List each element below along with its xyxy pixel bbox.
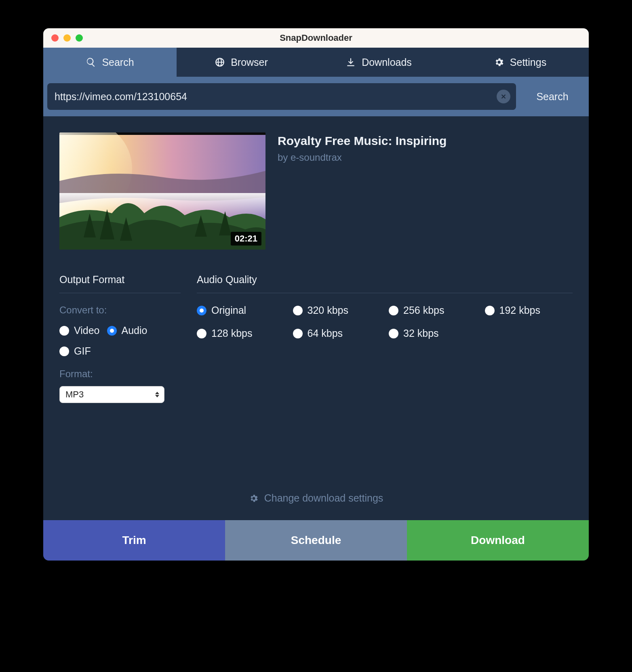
- download-label: Download: [471, 534, 525, 547]
- url-input-wrap: [47, 83, 516, 110]
- output-format-heading: Output Format: [59, 274, 181, 293]
- change-settings-label: Change download settings: [264, 492, 383, 504]
- option-label: 32 kbps: [403, 328, 439, 339]
- quality-options: Original 320 kbps 256 kbps 192 kbps: [197, 304, 573, 339]
- radio-icon: [389, 306, 398, 315]
- option-label: 192 kbps: [499, 304, 540, 316]
- schedule-label: Schedule: [291, 534, 341, 547]
- option-label: Video: [74, 325, 100, 336]
- gear-icon: [494, 57, 504, 67]
- change-download-settings-link[interactable]: Change download settings: [59, 484, 573, 516]
- window-controls: [43, 34, 83, 42]
- option-label: Audio: [122, 325, 147, 336]
- quality-option-256[interactable]: 256 kbps: [389, 304, 477, 316]
- option-label: 256 kbps: [403, 304, 444, 316]
- media-meta: Royalty Free Music: Inspiring by e-sound…: [278, 132, 447, 250]
- tab-settings[interactable]: Settings: [451, 48, 589, 77]
- updown-icon: [155, 392, 159, 397]
- quality-option-32[interactable]: 32 kbps: [389, 328, 477, 339]
- convert-to-label: Convert to:: [59, 304, 181, 316]
- media-row: 02:21 Royalty Free Music: Inspiring by e…: [59, 132, 573, 250]
- download-button[interactable]: Download: [407, 520, 589, 561]
- tab-browser-label: Browser: [231, 57, 268, 68]
- schedule-button[interactable]: Schedule: [225, 520, 407, 561]
- media-title: Royalty Free Music: Inspiring: [278, 134, 447, 148]
- format-value: MP3: [65, 389, 84, 400]
- window-title: SnapDownloader: [43, 33, 589, 43]
- audio-quality-heading: Audio Quality: [197, 274, 573, 293]
- radio-icon: [107, 326, 117, 336]
- radio-icon: [293, 329, 303, 338]
- output-format-panel: Output Format Convert to: Video Audio: [59, 274, 181, 403]
- url-input[interactable]: [55, 91, 497, 103]
- tab-search-label: Search: [102, 57, 134, 68]
- minimize-window-button[interactable]: [63, 34, 71, 42]
- quality-option-64[interactable]: 64 kbps: [293, 328, 381, 339]
- action-bar: Trim Schedule Download: [43, 520, 589, 561]
- radio-icon: [59, 326, 69, 336]
- tab-settings-label: Settings: [510, 57, 546, 68]
- maximize-window-button[interactable]: [76, 34, 83, 42]
- option-label: Original: [211, 304, 246, 316]
- content-area: 02:21 Royalty Free Music: Inspiring by e…: [43, 116, 589, 520]
- radio-icon: [197, 329, 206, 338]
- duration-badge: 02:21: [231, 232, 261, 246]
- main-tabs: Search Browser Downloads Settings: [43, 48, 589, 77]
- tab-browser[interactable]: Browser: [177, 48, 306, 77]
- radio-icon: [197, 306, 206, 315]
- gear-icon: [249, 494, 259, 503]
- quality-option-320[interactable]: 320 kbps: [293, 304, 381, 316]
- format-select[interactable]: MP3: [59, 386, 164, 403]
- quality-option-original[interactable]: Original: [197, 304, 285, 316]
- media-author: by e-soundtrax: [278, 152, 447, 163]
- quality-option-128[interactable]: 128 kbps: [197, 328, 285, 339]
- options-panels: Output Format Convert to: Video Audio: [59, 274, 573, 403]
- convert-option-audio[interactable]: Audio: [107, 325, 147, 336]
- option-label: 320 kbps: [308, 304, 348, 316]
- close-icon: [500, 93, 507, 100]
- radio-icon: [485, 306, 495, 315]
- audio-quality-panel: Audio Quality Original 320 kbps 256 kbps: [197, 274, 573, 403]
- app-window: SnapDownloader Search Browser Downloads …: [43, 28, 589, 561]
- format-label: Format:: [59, 368, 181, 380]
- search-bar: Search: [43, 77, 589, 116]
- convert-options: Video Audio: [59, 325, 181, 336]
- close-window-button[interactable]: [51, 34, 59, 42]
- quality-option-192[interactable]: 192 kbps: [485, 304, 573, 316]
- trim-label: Trim: [122, 534, 146, 547]
- video-thumbnail[interactable]: 02:21: [59, 132, 265, 250]
- trim-button[interactable]: Trim: [43, 520, 225, 561]
- titlebar: SnapDownloader: [43, 28, 589, 48]
- option-label: GIF: [74, 345, 91, 357]
- convert-options-row2: GIF: [59, 345, 181, 357]
- search-icon: [86, 57, 96, 67]
- globe-icon: [215, 57, 225, 67]
- tab-downloads-label: Downloads: [362, 57, 412, 68]
- radio-icon: [389, 329, 398, 338]
- convert-option-gif[interactable]: GIF: [59, 345, 91, 357]
- clear-input-button[interactable]: [497, 90, 510, 103]
- radio-icon: [293, 306, 303, 315]
- convert-option-video[interactable]: Video: [59, 325, 100, 336]
- radio-icon: [59, 346, 69, 356]
- download-icon: [345, 57, 356, 67]
- search-button[interactable]: Search: [516, 91, 589, 103]
- tab-downloads[interactable]: Downloads: [306, 48, 451, 77]
- option-label: 128 kbps: [211, 328, 252, 339]
- option-label: 64 kbps: [308, 328, 343, 339]
- tab-search[interactable]: Search: [43, 48, 177, 77]
